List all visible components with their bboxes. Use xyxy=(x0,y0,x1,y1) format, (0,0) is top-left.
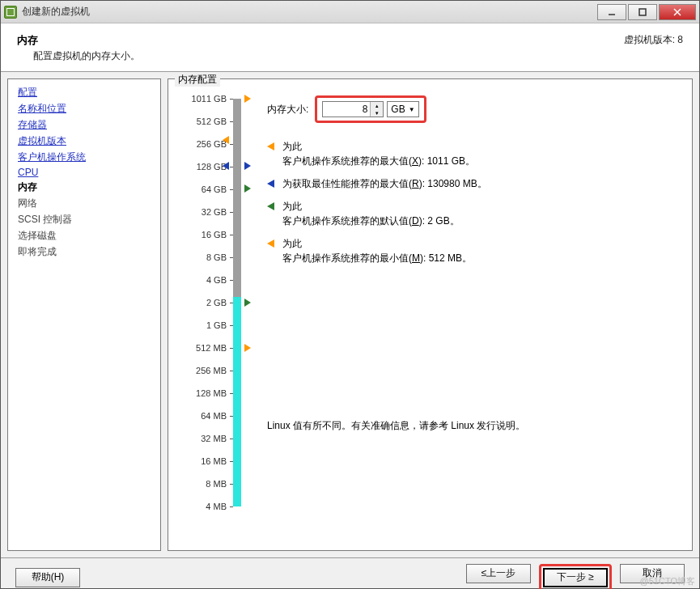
nav-name-location[interactable]: 名称和位置 xyxy=(18,102,151,116)
app-icon xyxy=(4,6,17,19)
rec-max: 为此客户机操作系统推荐的最大值(X): 1011 GB。 xyxy=(267,139,677,168)
max-marker-icon xyxy=(244,95,251,103)
spinner-down-icon[interactable]: ▼ xyxy=(371,109,383,117)
nav-guest-os[interactable]: 客户机操作系统 xyxy=(18,150,151,164)
highlight-next-button: 下一步 ≥ xyxy=(539,564,612,590)
memory-scale[interactable]: 1011 GB 512 GB 256 GB 128 GB 64 GB 32 GB… xyxy=(183,94,252,542)
max-rec-marker-icon xyxy=(223,136,229,144)
highlight-memory-input: ▲ ▼ GB ▼ xyxy=(315,95,426,123)
below-128-marker-icon xyxy=(244,184,251,193)
help-button[interactable]: 帮助(H) xyxy=(15,568,80,587)
close-button[interactable] xyxy=(659,4,696,20)
chevron-down-icon: ▼ xyxy=(409,106,415,113)
nav-memory: 内存 xyxy=(18,180,151,194)
nav-disk: 选择磁盘 xyxy=(18,229,151,243)
rec-default: 为此客户机操作系统推荐的默认值(D): 2 GB。 xyxy=(267,199,677,228)
minimize-button[interactable] xyxy=(597,4,626,20)
page-title: 内存 xyxy=(17,33,140,48)
maximize-button[interactable] xyxy=(628,4,657,20)
wizard-nav: 配置 名称和位置 存储器 虚拟机版本 客户机操作系统 CPU 内存 网络 SCS… xyxy=(7,78,161,551)
vm-version-label: 虚拟机版本: 8 xyxy=(624,33,683,63)
watermark: @51CTO博客 xyxy=(640,575,695,587)
rec-min: 为此客户机操作系统推荐的最小值(M): 512 MB。 xyxy=(267,236,677,265)
group-label: 内存配置 xyxy=(175,73,220,87)
nav-storage[interactable]: 存储器 xyxy=(18,118,151,132)
min-marker-icon xyxy=(244,344,251,352)
wizard-header: 内存 配置虚拟机的内存大小。 虚拟机版本: 8 xyxy=(1,23,699,72)
default-marker-icon xyxy=(244,299,251,307)
titlebar: 创建新的虚拟机 xyxy=(1,1,699,23)
back-button[interactable]: ≤上一步 xyxy=(466,564,531,583)
perf-marker-left-icon xyxy=(223,162,229,170)
triangle-icon xyxy=(267,202,274,210)
triangle-icon xyxy=(267,180,274,188)
memory-config-panel: 内存配置 1011 GB 512 GB 256 GB 128 GB 64 GB … xyxy=(168,78,693,551)
nav-scsi: SCSI 控制器 xyxy=(18,213,151,227)
memory-size-label: 内存大小: xyxy=(267,103,308,117)
nav-network: 网络 xyxy=(18,197,151,210)
nav-config[interactable]: 配置 xyxy=(18,86,151,100)
footnote: Linux 值有所不同。有关准确信息，请参考 Linux 发行说明。 xyxy=(267,419,677,433)
spinner-up-icon[interactable]: ▲ xyxy=(371,102,383,109)
window-title: 创建新的虚拟机 xyxy=(22,5,597,19)
nav-vm-version[interactable]: 虚拟机版本 xyxy=(18,134,151,148)
triangle-icon xyxy=(267,142,274,150)
memory-size-input[interactable] xyxy=(323,102,370,117)
memory-size-spinner[interactable]: ▲ ▼ xyxy=(322,101,384,117)
nav-finish: 即将完成 xyxy=(18,245,151,259)
unit-select[interactable]: GB ▼ xyxy=(387,101,418,117)
perf-marker-right-icon xyxy=(244,162,251,170)
button-bar: 帮助(H) ≤上一步 下一步 ≥ 取消 xyxy=(1,557,699,589)
next-button[interactable]: 下一步 ≥ xyxy=(543,568,608,587)
triangle-icon xyxy=(267,239,274,248)
page-desc: 配置虚拟机的内存大小。 xyxy=(33,49,140,63)
nav-cpu[interactable]: CPU xyxy=(18,167,151,178)
rec-perf: 为获取最佳性能推荐的最大值(R): 130980 MB。 xyxy=(267,176,677,191)
svg-rect-1 xyxy=(639,9,646,15)
